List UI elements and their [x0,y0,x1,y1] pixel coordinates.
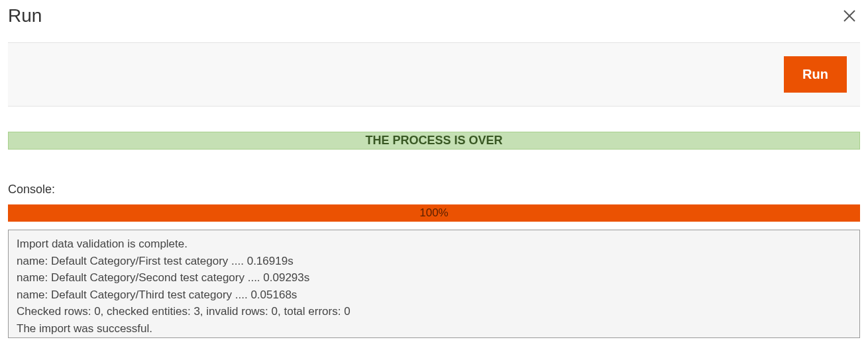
console-line: name: Default Category/First test catego… [17,253,851,270]
progress-bar: 100% [8,204,860,222]
console-line: name: Default Category/Third test catego… [17,287,851,304]
page-title: Run [8,5,42,26]
progress-value: 100% [419,206,448,220]
console-output[interactable]: Import data validation is complete. name… [8,230,860,338]
console-label: Console: [8,183,860,197]
console-line: name: Default Category/Second test categ… [17,269,851,287]
status-banner: THE PROCESS IS OVER [8,132,860,150]
console-line: Import data validation is complete. [17,236,851,253]
console-line: Checked rows: 0, checked entities: 3, in… [17,303,851,320]
console-line: The import was successful. [17,320,851,337]
close-icon[interactable] [839,5,860,29]
toolbar: Run [8,42,860,107]
modal-header: Run [8,5,860,29]
run-button[interactable]: Run [784,56,847,93]
